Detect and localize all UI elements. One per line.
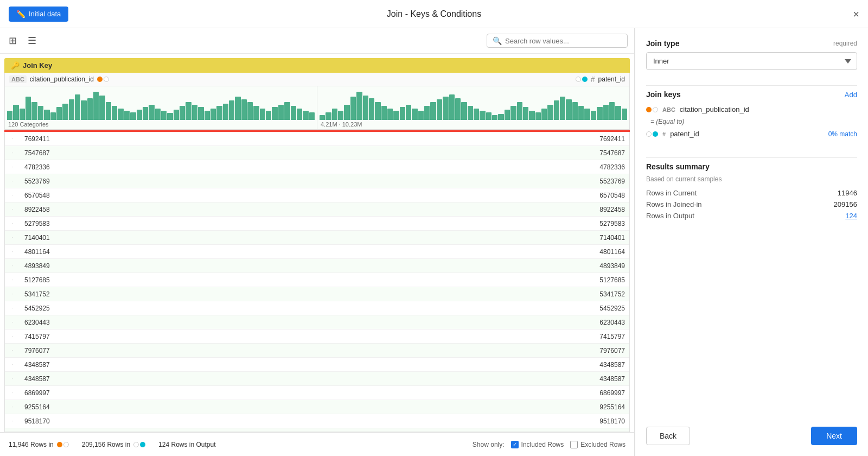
bar-right xyxy=(505,110,510,120)
excluded-rows-checkbox[interactable]: Excluded Rows xyxy=(570,441,626,448)
table-row[interactable]: · 5452925 5452925 xyxy=(5,301,629,315)
cell-right: 9255164 xyxy=(325,403,630,411)
bar-right xyxy=(468,106,473,120)
cell-left: 5127685 xyxy=(20,276,325,284)
search-input[interactable] xyxy=(505,37,614,45)
bar-left xyxy=(106,102,111,120)
back-button[interactable]: Back xyxy=(646,427,690,445)
table-row[interactable]: · 5341752 5341752 xyxy=(5,287,629,301)
status-dot-white2 xyxy=(133,442,139,447)
table-row[interactable]: · 6570548 6570548 xyxy=(5,188,629,202)
table-row[interactable]: · 5279583 5279583 xyxy=(5,217,629,231)
bar-left xyxy=(130,112,136,120)
cell-right: 4348587 xyxy=(325,361,630,369)
bar-left xyxy=(235,97,240,120)
initial-data-button[interactable]: ✏️ Initial data xyxy=(9,7,68,22)
rows-in-2-label: 209,156 Rows in xyxy=(82,441,130,448)
bar-left xyxy=(38,106,43,120)
bar-right xyxy=(622,109,627,120)
table-row[interactable]: · 7976077 7976077 xyxy=(5,344,629,358)
bar-right xyxy=(350,97,356,120)
bar-left xyxy=(20,109,25,120)
data-table[interactable]: · 7692411 7692411 · 7547687 7547687 · 47… xyxy=(4,132,630,432)
close-button[interactable]: × xyxy=(853,9,859,20)
cell-left: 4801164 xyxy=(20,248,325,256)
rows-output-value[interactable]: 124 xyxy=(845,212,857,220)
bar-left xyxy=(62,104,68,120)
table-row[interactable]: · 4782336 4782336 xyxy=(5,160,629,174)
cell-left: 6570548 xyxy=(20,192,325,199)
table-row[interactable]: · 9255164 9255164 xyxy=(5,400,629,414)
row-dot: · xyxy=(5,164,20,170)
dot-white xyxy=(104,77,109,82)
bar-right xyxy=(541,109,547,120)
table-row[interactable]: · 5523769 5523769 xyxy=(5,174,629,188)
bar-left xyxy=(118,109,123,120)
cell-left: 9255164 xyxy=(20,403,325,411)
grid-view-button[interactable]: ⊞ xyxy=(7,33,19,49)
join-type-title: Join type xyxy=(646,39,679,48)
menu-button[interactable]: ☰ xyxy=(25,33,39,49)
join-type-select[interactable]: Inner xyxy=(646,52,857,70)
bar-right xyxy=(517,102,522,120)
bar-right xyxy=(609,102,615,120)
key-dot-white xyxy=(653,107,658,112)
key-icon: 🔑 xyxy=(11,61,20,69)
table-row[interactable]: · 7547687 7547687 xyxy=(5,146,629,160)
bar-right xyxy=(418,111,424,120)
rows-in-1: 11,946 Rows in xyxy=(9,441,69,448)
bar-left xyxy=(7,111,12,120)
bar-right xyxy=(363,96,368,120)
add-key-link[interactable]: Add xyxy=(845,91,857,99)
hash-icon: # xyxy=(591,75,595,84)
next-button[interactable]: Next xyxy=(811,427,857,445)
bar-right xyxy=(578,106,584,120)
cell-right: 6570548 xyxy=(325,192,630,199)
table-row[interactable]: · 7415797 7415797 xyxy=(5,330,629,344)
table-row[interactable]: · 8922458 8922458 xyxy=(5,202,629,217)
table-row[interactable]: · 4801164 4801164 xyxy=(5,245,629,259)
bar-left xyxy=(309,112,315,120)
bar-left xyxy=(137,110,142,120)
join-key-header: 🔑 Join Key xyxy=(4,58,630,73)
bar-right xyxy=(406,105,411,120)
right-toggle[interactable] xyxy=(576,77,588,82)
cell-right: 6230443 xyxy=(325,319,630,326)
bar-left xyxy=(247,102,253,120)
table-row[interactable]: · 9518170 9518170 xyxy=(5,414,629,428)
bar-left xyxy=(69,99,74,120)
bar-left xyxy=(198,107,203,120)
table-row[interactable]: · 5127685 5127685 xyxy=(5,273,629,287)
rows-in-2: 209,156 Rows in xyxy=(82,441,145,448)
chart-right: 4.21M · 10.23M xyxy=(317,86,629,129)
table-row[interactable]: · 7140401 7140401 xyxy=(5,231,629,245)
left-toggle[interactable] xyxy=(97,77,109,82)
table-row[interactable]: · 6869997 6869997 xyxy=(5,386,629,400)
bar-right xyxy=(424,106,430,120)
row-dot: · xyxy=(5,206,20,212)
cell-right: 4782336 xyxy=(325,163,630,171)
included-checkbox-checked: ✓ xyxy=(511,441,519,448)
divider-2 xyxy=(646,157,857,158)
join-type-header: Join type required xyxy=(646,39,857,48)
title-bar: ✏️ Initial data Join - Keys & Conditions… xyxy=(0,0,868,28)
table-row[interactable]: · 6230443 6230443 xyxy=(5,315,629,330)
table-row[interactable]: · 4893849 4893849 xyxy=(5,259,629,273)
initial-data-label: Initial data xyxy=(29,10,61,18)
dot-white2 xyxy=(576,77,581,82)
table-row[interactable]: · 4348587 4348587 xyxy=(5,358,629,372)
bar-right xyxy=(584,109,590,120)
bar-right xyxy=(326,112,331,120)
bar-left xyxy=(205,111,210,120)
status-bar: 11,946 Rows in 209,156 Rows in 124 Rows … xyxy=(0,432,634,456)
table-row[interactable]: · 4465470 4465470 xyxy=(5,428,629,432)
match-percentage: 0% match xyxy=(828,130,857,138)
cell-left: 9518170 xyxy=(20,417,325,425)
included-rows-checkbox[interactable]: ✓ Included Rows xyxy=(511,441,564,448)
table-row[interactable]: · 4348587 4348587 xyxy=(5,372,629,386)
key1-type: ABC xyxy=(662,106,675,113)
join-keys-section: Join keys Add ABC citation_publication_i… xyxy=(646,90,857,142)
table-row[interactable]: · 7692411 7692411 xyxy=(5,132,629,146)
row-dot: · xyxy=(5,390,20,396)
search-box[interactable]: 🔍 xyxy=(487,34,628,48)
